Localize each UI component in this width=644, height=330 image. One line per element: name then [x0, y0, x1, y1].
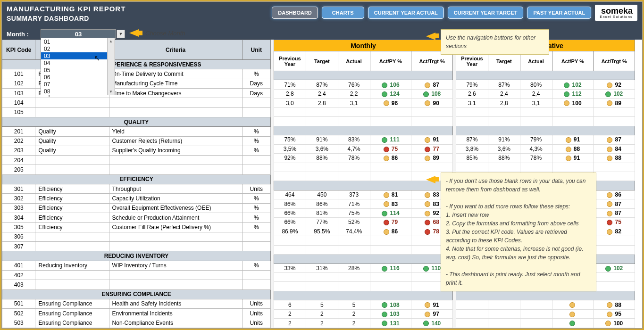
table-row: 402: [2, 270, 271, 280]
table-row: 305EfficiencyCustomer Fill Rate (Perfect…: [2, 223, 271, 232]
table-row: 95: [456, 309, 635, 318]
dropdown-option[interactable]: 01: [41, 38, 115, 45]
dropdown-option[interactable]: 05: [41, 66, 115, 74]
dropdown-option[interactable]: 04: [41, 59, 115, 66]
table-row: 87%91%79% 91 87: [456, 135, 635, 144]
dropdown-option[interactable]: 02: [41, 45, 115, 52]
pct-cell: 79: [370, 218, 411, 227]
monthly-header: Monthly: [274, 40, 453, 51]
table-row: [274, 272, 453, 281]
nav-py-actual-button[interactable]: PAST YEAR ACTUAL: [527, 7, 591, 19]
status-dot: [384, 220, 389, 225]
pct-cell: 75: [594, 218, 635, 227]
table-row: 202QualityCustomer Rejects (Returns)%: [2, 136, 271, 146]
col-actpy-c: Act/PY %: [552, 51, 594, 71]
note-nav: Use the navigation buttons for other sec…: [441, 29, 549, 55]
status-dot: [382, 321, 387, 326]
table-row: 105: [2, 107, 271, 117]
table-row: [274, 163, 453, 172]
note-line: 1. Insert new row: [446, 211, 591, 219]
pct-cell: 89: [594, 99, 635, 107]
logo-name: someka: [601, 7, 633, 15]
table-row: [274, 117, 453, 126]
table-row: 3,5%3,6%4,7% 75 77: [274, 144, 453, 153]
pct-cell: 131: [370, 319, 411, 328]
cursor-icon: ↖: [94, 54, 100, 63]
pct-cell: 95: [594, 309, 635, 318]
pct-cell: 108: [370, 300, 411, 309]
status-dot: [569, 302, 575, 308]
pct-cell: 103: [370, 309, 411, 318]
section-header: QUALITY: [2, 117, 271, 126]
table-row: 104: [2, 98, 271, 107]
pct-cell: 100: [552, 99, 594, 107]
pct-cell: 102: [552, 80, 594, 89]
table-row: 86%86%71% 83 83: [274, 199, 453, 208]
status-dot: [382, 312, 387, 317]
status-dot: [382, 82, 387, 88]
status-dot: [607, 201, 612, 207]
dropdown-option[interactable]: 03: [41, 52, 115, 59]
dropdown-option[interactable]: 06: [41, 74, 115, 81]
col-actpy: Act/PY %: [370, 51, 411, 71]
col-acttrg-c: Act/Trgt %: [594, 51, 635, 71]
table-row: 203QualitySupplier's Quality Incoming%: [2, 146, 271, 155]
month-hint: Choose Month: [129, 29, 185, 37]
status-dot: [425, 82, 430, 88]
table-row: 79%87%80% 102 92: [456, 80, 635, 89]
pct-cell: 102: [594, 264, 635, 272]
table-row: 71%87%76% 106 87: [274, 80, 453, 89]
pct-cell: 88: [594, 300, 635, 309]
status-dot: [564, 91, 569, 97]
status-dot: [384, 156, 389, 161]
status-dot: [564, 100, 569, 106]
pct-cell: 90: [411, 99, 453, 107]
status-dot: [423, 91, 429, 97]
status-dot: [425, 100, 430, 106]
table-row: 401Reducing InventoryWIP Inventory / Tur…: [2, 261, 271, 270]
status-dot: [566, 137, 571, 143]
pct-cell: 75: [370, 144, 411, 153]
status-dot: [423, 321, 429, 326]
table-row: 66%81%75% 114 92: [274, 208, 453, 217]
dropdown-scrollbar[interactable]: [107, 38, 115, 95]
nav-charts-button[interactable]: CHARTS: [322, 7, 364, 19]
dropdown-option[interactable]: 07: [41, 81, 115, 88]
dropdown-option[interactable]: 08: [41, 88, 115, 95]
status-dot: [384, 147, 389, 152]
table-row: 2,82,42,2 124 108: [274, 89, 453, 98]
note-line: 2. Copy the formulas and formatting from…: [446, 219, 591, 228]
month-dropdown[interactable]: 0102030405060708: [41, 38, 115, 95]
dropdown-button[interactable]: ▼: [117, 30, 125, 38]
pct-cell: 86: [370, 227, 411, 236]
pct-cell: 91: [411, 135, 453, 144]
status-dot: [607, 192, 612, 198]
table-row: 201QualityYield%: [2, 127, 271, 136]
status-dot: [566, 147, 571, 152]
status-dot: [384, 100, 389, 106]
table-row: 302EfficiencyCapacity Utilization%: [2, 194, 271, 203]
pct-cell: 87: [594, 199, 635, 208]
table-row: 403: [2, 280, 271, 289]
pct-cell: 84: [594, 144, 635, 153]
col-actual: Actual: [338, 51, 370, 71]
pct-cell: 89: [411, 154, 453, 163]
month-select[interactable]: 03 ▼: [41, 29, 116, 39]
status-dot: [607, 156, 612, 161]
table-row: 303EfficiencyOverall Equipment Effective…: [2, 203, 271, 213]
status-dot: [384, 201, 389, 207]
status-dot: [423, 266, 429, 272]
nav-cy-target-button[interactable]: CURRENT YEAR TARGET: [448, 7, 524, 19]
report-title: MANUFACTURING KPI REPORT: [7, 5, 125, 13]
pct-cell: 114: [370, 208, 411, 217]
pct-cell: 81: [370, 190, 411, 199]
pct-cell: 91: [552, 135, 594, 144]
nav-cy-actual-button[interactable]: CURRENT YEAR ACTUAL: [368, 7, 444, 19]
nav-dashboard-button[interactable]: DASHBOARD: [272, 7, 318, 19]
status-dot: [607, 82, 612, 88]
pct-cell: 87: [594, 135, 635, 144]
note-line: 3. Put the correct KPI code. Values are …: [446, 228, 591, 245]
col-kpi-code: KPI Code: [2, 40, 35, 60]
pct-cell: 102: [594, 89, 635, 98]
logo-sub: Excel Solutions: [600, 15, 633, 19]
